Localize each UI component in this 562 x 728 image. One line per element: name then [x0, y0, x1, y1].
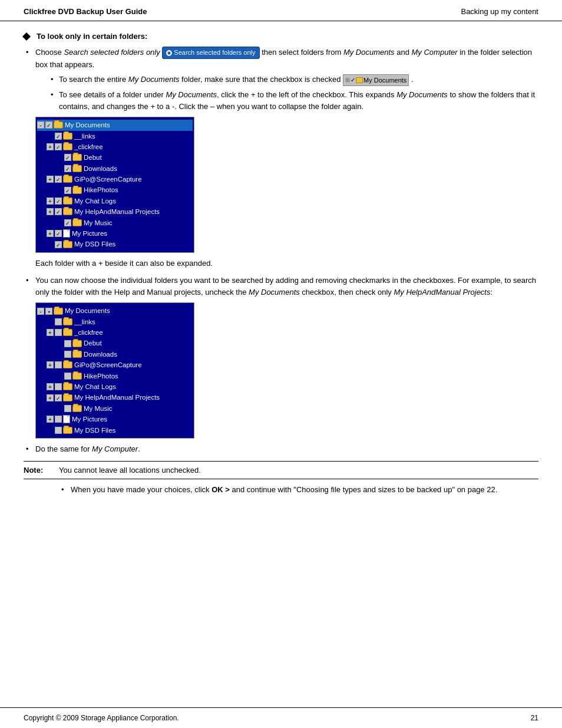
tree-expand-icon[interactable]: +	[47, 361, 54, 368]
tree-item-label: My DSD Files	[74, 425, 115, 436]
checkbox-label: My Documents	[363, 75, 406, 85]
tree-row: +My HelpAndManual Projects	[37, 392, 193, 403]
folder-icon	[54, 121, 63, 129]
tree-expand-icon[interactable]: +	[47, 208, 54, 215]
folder-icon	[63, 241, 72, 248]
tree-item-label: My DSD Files	[74, 239, 115, 249]
tree-expand-icon[interactable]: -	[37, 308, 44, 315]
folder-icon	[63, 394, 72, 401]
main-bullet-list: Choose Search selected folders only Sear…	[24, 47, 538, 455]
tree-expand-icon[interactable]: +	[47, 230, 54, 237]
tree-expand-icon[interactable]: -	[37, 121, 44, 129]
tree-row: HikePhotos	[37, 185, 193, 195]
tree-checkbox[interactable]	[55, 241, 62, 248]
tree-checkbox[interactable]	[64, 405, 71, 412]
tree-row: +GiPo@ScreenCapture	[37, 360, 193, 370]
header-title-right: Backing up my content	[461, 7, 538, 16]
tree-checkbox[interactable]	[45, 308, 52, 315]
tree-checkbox[interactable]	[64, 351, 71, 358]
tree-checkbox[interactable]	[55, 383, 62, 390]
sub-bullet-list-1: To search the entire My Documents folder…	[49, 74, 538, 112]
tree-checkbox[interactable]	[64, 219, 71, 226]
page-footer: Copyright © 2009 Storage Appliance Corpo…	[0, 707, 562, 728]
sub-item-2: To see details of a folder under My Docu…	[49, 89, 538, 112]
search-selected-btn[interactable]: Search selected folders only	[162, 47, 259, 59]
note-label: Note:	[24, 465, 59, 476]
tree-checkbox[interactable]	[55, 416, 62, 423]
tree-expand-icon[interactable]: +	[47, 176, 54, 183]
tree-checkbox[interactable]	[55, 361, 62, 368]
folder-icon	[72, 373, 82, 380]
list-item-choose-folders: You can now choose the individual folder…	[24, 275, 538, 439]
folder-icon	[72, 340, 82, 347]
doc-icon	[63, 229, 70, 238]
tree-row: My Music	[37, 218, 193, 228]
tree-expand-icon[interactable]: +	[47, 383, 54, 390]
tree-checkbox[interactable]	[55, 394, 62, 401]
tree-checkbox[interactable]	[55, 230, 62, 237]
final-bullet-list: When you have made your choices, click O…	[24, 484, 538, 496]
tree-item-label: __links	[74, 317, 95, 327]
tree-expand-icon[interactable]: +	[47, 394, 54, 401]
folder-icon	[63, 176, 72, 183]
sub-item-1: To search the entire My Documents folder…	[49, 74, 538, 86]
tree-expand-icon[interactable]: +	[47, 197, 54, 205]
tree-checkbox[interactable]	[55, 208, 62, 215]
tree-expand-icon[interactable]: +	[47, 416, 54, 423]
folder-icon	[72, 187, 82, 194]
tree-expand-icon[interactable]: +	[47, 143, 54, 150]
folder-icon	[72, 219, 82, 226]
footer-page-number: 21	[531, 714, 538, 722]
tree-checkbox[interactable]	[55, 318, 62, 325]
tree-item-label: Downloads	[84, 349, 117, 360]
tree-row: Debut	[37, 152, 193, 163]
header-title-left: Clickfree DVD Backup User Guide	[24, 7, 147, 16]
tree-checkbox[interactable]	[55, 133, 62, 140]
bullet2-hmp: My HelpAndManual Projects	[394, 288, 490, 297]
folder-icon	[72, 405, 82, 412]
tree-row: __links	[37, 317, 193, 327]
tree-item-label: _clickfree	[74, 327, 103, 338]
tree-item-label: My HelpAndManual Projects	[74, 206, 160, 217]
tree-checkbox[interactable]	[55, 427, 62, 434]
tree-row: +My Chat Logs	[37, 196, 193, 206]
page-header: Clickfree DVD Backup User Guide Backing …	[0, 0, 562, 21]
choose-prefix: Choose	[35, 48, 64, 57]
tree-item-label: __links	[74, 131, 95, 141]
checkbox-image: ⊞ ✓ My Documents	[343, 74, 409, 87]
tree-checkbox[interactable]	[55, 329, 62, 336]
tree-item-label: My Documents	[65, 305, 110, 316]
tree-row: Downloads	[37, 163, 193, 174]
tree-item-label: My Pictures	[72, 228, 107, 239]
tree-checkbox[interactable]	[64, 373, 71, 380]
tree-row: +_clickfree	[37, 327, 193, 338]
tree-expand-icon[interactable]: +	[47, 329, 54, 336]
section-title: To look only in certain folders:	[24, 32, 538, 41]
tree-row: +My Chat Logs	[37, 381, 193, 392]
tree-checkbox[interactable]	[64, 165, 71, 172]
tree-checkbox[interactable]	[45, 121, 52, 129]
ok-btn-ref: OK >	[211, 485, 230, 494]
tree-row: My DSD Files	[37, 425, 193, 436]
doc-icon	[63, 415, 70, 423]
tree-checkbox[interactable]	[55, 197, 62, 205]
folder-icon	[63, 427, 72, 434]
tree-row: My DSD Files	[37, 239, 193, 249]
bullet2-my-docs: My Documents	[249, 288, 300, 297]
tree-row: +GiPo@ScreenCapture	[37, 174, 193, 185]
tree-checkbox[interactable]	[64, 154, 71, 161]
tree-item-label: Debut	[84, 152, 102, 163]
tree-row: +_clickfree	[37, 141, 193, 152]
folder-icon	[63, 197, 72, 205]
tree-item-label: My HelpAndManual Projects	[74, 392, 160, 403]
tree-checkbox[interactable]	[64, 340, 71, 347]
tree-checkbox[interactable]	[64, 187, 71, 194]
folder-tree-2: -My Documents__links+_clickfreeDebutDown…	[35, 302, 194, 439]
sub2-italic1: My Documents	[166, 90, 217, 99]
main-content: To look only in certain folders: Choose …	[0, 32, 562, 603]
tree-checkbox[interactable]	[55, 176, 62, 183]
note-content: You cannot leave all locations unchecked…	[59, 465, 538, 476]
tree-item-label: Downloads	[84, 163, 117, 174]
tree-checkbox[interactable]	[55, 143, 62, 150]
tree-item-label: HikePhotos	[84, 185, 118, 195]
